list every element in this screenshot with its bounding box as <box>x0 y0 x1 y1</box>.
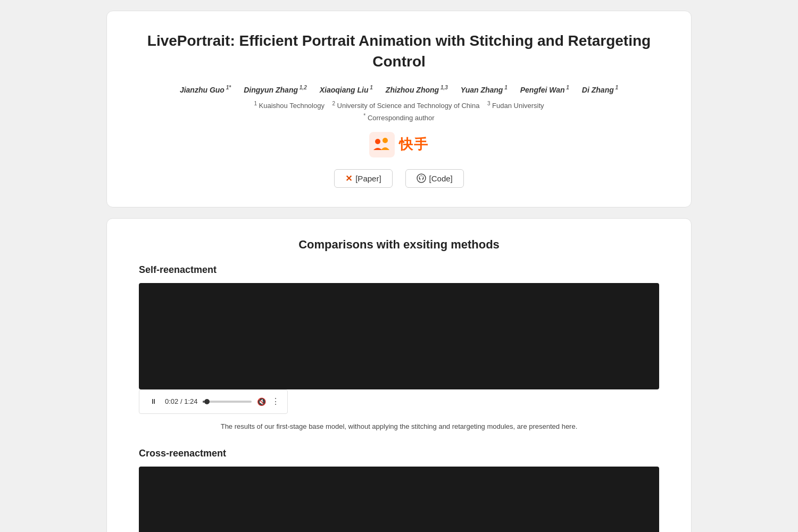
svg-rect-0 <box>369 132 395 157</box>
pause-button-1[interactable]: ⏸ <box>147 395 160 408</box>
time-display-1: 0:02 / 1:24 <box>165 397 197 405</box>
header-card: LivePortrait: Efficient Portrait Animati… <box>106 11 692 207</box>
links-container: ✕ [Paper] [Code] <box>139 169 659 188</box>
cross-reenactment-video[interactable] <box>139 467 659 532</box>
code-link-button[interactable]: [Code] <box>405 169 464 188</box>
svg-point-3 <box>417 174 426 182</box>
kuaishou-text: 快手 <box>399 135 429 154</box>
paper-link-label: [Paper] <box>355 174 381 183</box>
author-4: Zhizhou Zhong 1,3 <box>386 85 448 94</box>
author-6: Pengfei Wan 1 <box>520 85 569 94</box>
more-button-1[interactable]: ⋮ <box>271 396 280 406</box>
mute-button-1[interactable]: 🔇 <box>257 397 266 406</box>
authors-list: Jianzhu Guo 1* Dingyun Zhang 1,2 Xiaoqia… <box>139 85 659 94</box>
logo-container: 快手 <box>139 132 659 157</box>
code-link-label: [Code] <box>429 174 453 183</box>
progress-bar-1[interactable] <box>203 401 252 403</box>
comparisons-title: Comparisons with exsiting methods <box>139 238 659 252</box>
cross-reenactment-section: Cross-reenactment ⏸ 0:00 / 0:21 🔇 ⋮ The … <box>139 448 659 532</box>
self-reenactment-section: Self-reenactment ⏸ 0:02 / 1:24 🔇 ⋮ The r… <box>139 264 659 433</box>
author-7: Di Zhang 1 <box>582 85 618 94</box>
self-reenactment-caption: The results of our first-stage base mode… <box>139 421 659 433</box>
paper-link-button[interactable]: ✕ [Paper] <box>334 169 392 188</box>
kuaishou-logo: 快手 <box>369 132 429 157</box>
corresponding-note: * * Corresponding authorCorresponding au… <box>139 113 659 122</box>
github-icon <box>417 173 426 183</box>
self-reenactment-title: Self-reenactment <box>139 264 659 276</box>
progress-thumb-1 <box>204 399 210 404</box>
author-2: Dingyun Zhang 1,2 <box>244 85 307 94</box>
svg-point-2 <box>383 138 388 143</box>
svg-point-1 <box>375 139 380 144</box>
author-5: Yuan Zhang 1 <box>461 85 508 94</box>
kuaishou-icon <box>369 132 395 157</box>
cross-reenactment-title: Cross-reenactment <box>139 448 659 459</box>
author-3: Xiaoqiang Liu 1 <box>320 85 373 94</box>
content-card: Comparisons with exsiting methods Self-r… <box>106 218 692 532</box>
author-1: Jianzhu Guo 1* <box>180 85 231 94</box>
x-icon: ✕ <box>345 173 352 184</box>
affiliations: 1 Kuaishou Technology 2 University of Sc… <box>139 101 659 110</box>
self-reenactment-video[interactable] <box>139 283 659 389</box>
paper-title: LivePortrait: Efficient Portrait Animati… <box>139 30 659 72</box>
self-reenactment-controls: ⏸ 0:02 / 1:24 🔇 ⋮ <box>139 389 288 414</box>
